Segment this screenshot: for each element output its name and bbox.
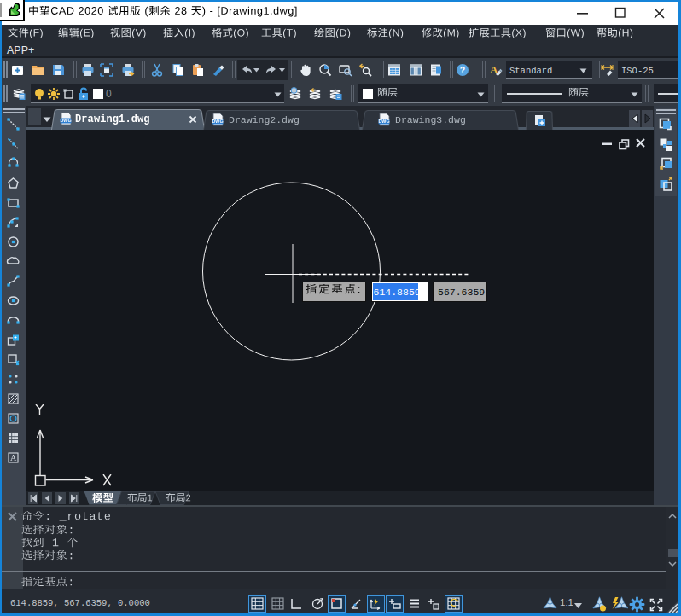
svg-text:DWG: DWG xyxy=(378,119,389,124)
svg-text:DWG: DWG xyxy=(212,119,223,124)
svg-text:?: ? xyxy=(460,65,465,75)
svg-text:DWG: DWG xyxy=(60,118,71,123)
svg-text:A: A xyxy=(10,453,17,462)
